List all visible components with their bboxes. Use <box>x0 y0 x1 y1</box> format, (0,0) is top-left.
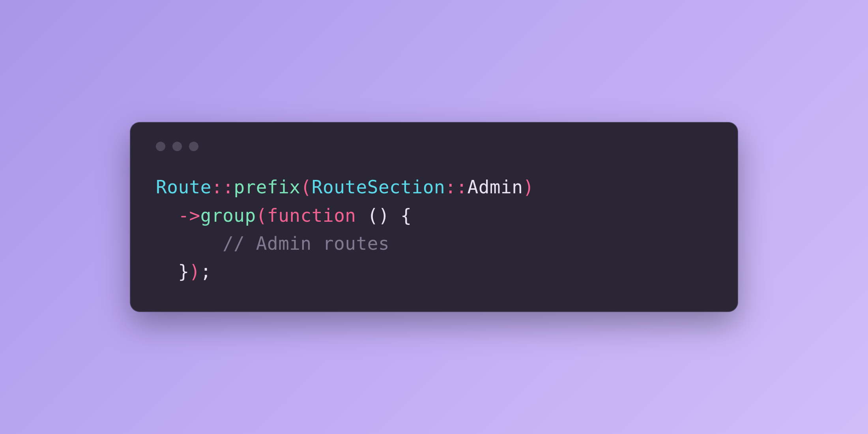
code-token-keyword: function <box>267 205 356 226</box>
window-titlebar <box>156 142 712 151</box>
traffic-light-maximize-icon <box>189 142 198 151</box>
code-token-parens: () <box>367 205 389 226</box>
code-token-paren: ) <box>523 176 534 198</box>
code-block: Route::prefix(RouteSection::Admin) ->gro… <box>156 173 712 286</box>
code-token-class: RouteSection <box>312 176 445 198</box>
code-token-brace: { <box>400 205 412 226</box>
code-token-paren: ) <box>189 261 200 282</box>
traffic-light-close-icon <box>156 142 165 151</box>
code-indent <box>156 233 223 254</box>
code-space <box>356 205 367 226</box>
code-token-paren: ( <box>301 176 312 198</box>
code-token-method: group <box>200 205 256 226</box>
traffic-light-minimize-icon <box>172 142 182 151</box>
code-token-scope: :: <box>211 176 234 198</box>
code-token-scope: :: <box>445 176 467 198</box>
code-token-method: prefix <box>234 176 300 198</box>
code-token-arrow: -> <box>178 205 200 226</box>
code-token-member: Admin <box>467 176 523 198</box>
code-token-paren: ( <box>256 205 267 226</box>
code-token-brace: } <box>178 261 189 282</box>
code-indent <box>156 261 178 282</box>
code-window: Route::prefix(RouteSection::Admin) ->gro… <box>130 122 738 311</box>
code-token-semi: ; <box>200 261 211 282</box>
code-indent <box>156 205 178 226</box>
code-token-comment: // Admin routes <box>223 233 389 254</box>
code-token-class: Route <box>156 176 211 198</box>
code-space <box>389 205 400 226</box>
